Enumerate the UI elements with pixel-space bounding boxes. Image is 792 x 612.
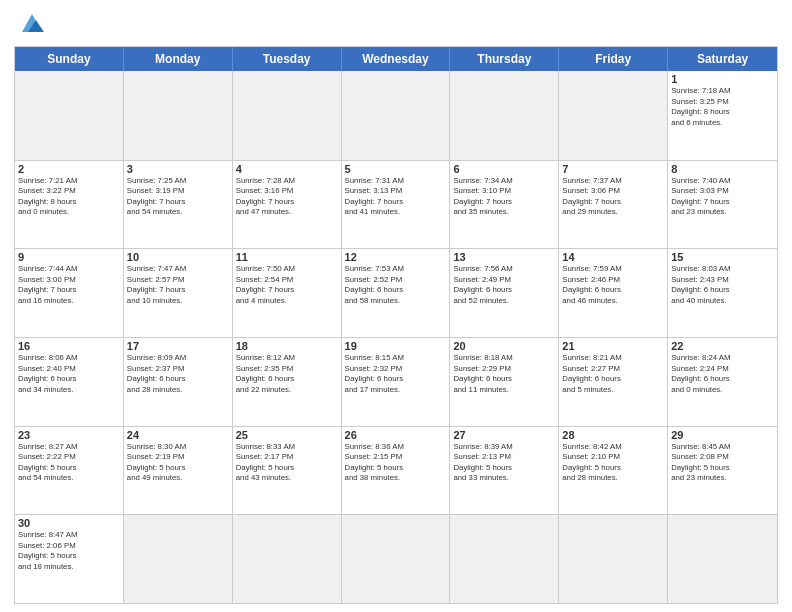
day-info: Sunrise: 8:47 AM Sunset: 2:06 PM Dayligh…: [18, 530, 120, 572]
day-info: Sunrise: 8:21 AM Sunset: 2:27 PM Dayligh…: [562, 353, 664, 395]
calendar-cell: 6Sunrise: 7:34 AM Sunset: 3:10 PM Daylig…: [450, 161, 559, 249]
calendar-cell: 16Sunrise: 8:06 AM Sunset: 2:40 PM Dayli…: [15, 338, 124, 426]
calendar-cell: 20Sunrise: 8:18 AM Sunset: 2:29 PM Dayli…: [450, 338, 559, 426]
day-number: 14: [562, 251, 664, 263]
day-number: 7: [562, 163, 664, 175]
calendar-row-1: 2Sunrise: 7:21 AM Sunset: 3:22 PM Daylig…: [15, 160, 777, 249]
calendar-cell: 29Sunrise: 8:45 AM Sunset: 2:08 PM Dayli…: [668, 427, 777, 515]
calendar-cell: 14Sunrise: 7:59 AM Sunset: 2:46 PM Dayli…: [559, 249, 668, 337]
day-number: 5: [345, 163, 447, 175]
day-number: 3: [127, 163, 229, 175]
calendar-cell: 8Sunrise: 7:40 AM Sunset: 3:03 PM Daylig…: [668, 161, 777, 249]
calendar-cell: [342, 71, 451, 160]
calendar-cell: [559, 71, 668, 160]
day-number: 16: [18, 340, 120, 352]
calendar-cell: [124, 515, 233, 603]
calendar-cell: 23Sunrise: 8:27 AM Sunset: 2:22 PM Dayli…: [15, 427, 124, 515]
day-info: Sunrise: 7:56 AM Sunset: 2:49 PM Dayligh…: [453, 264, 555, 306]
calendar-cell: 9Sunrise: 7:44 AM Sunset: 3:00 PM Daylig…: [15, 249, 124, 337]
calendar-cell: 17Sunrise: 8:09 AM Sunset: 2:37 PM Dayli…: [124, 338, 233, 426]
calendar-cell: 13Sunrise: 7:56 AM Sunset: 2:49 PM Dayli…: [450, 249, 559, 337]
logo-icon: [14, 10, 50, 40]
header: [14, 10, 778, 40]
day-info: Sunrise: 8:09 AM Sunset: 2:37 PM Dayligh…: [127, 353, 229, 395]
calendar-cell: [342, 515, 451, 603]
calendar-cell: [450, 515, 559, 603]
day-number: 20: [453, 340, 555, 352]
day-info: Sunrise: 7:37 AM Sunset: 3:06 PM Dayligh…: [562, 176, 664, 218]
day-info: Sunrise: 8:36 AM Sunset: 2:15 PM Dayligh…: [345, 442, 447, 484]
calendar-cell: 7Sunrise: 7:37 AM Sunset: 3:06 PM Daylig…: [559, 161, 668, 249]
day-number: 19: [345, 340, 447, 352]
calendar-cell: 4Sunrise: 7:28 AM Sunset: 3:16 PM Daylig…: [233, 161, 342, 249]
day-info: Sunrise: 8:24 AM Sunset: 2:24 PM Dayligh…: [671, 353, 774, 395]
calendar-cell: 21Sunrise: 8:21 AM Sunset: 2:27 PM Dayli…: [559, 338, 668, 426]
day-info: Sunrise: 8:30 AM Sunset: 2:19 PM Dayligh…: [127, 442, 229, 484]
day-info: Sunrise: 7:18 AM Sunset: 3:25 PM Dayligh…: [671, 86, 774, 128]
calendar: SundayMondayTuesdayWednesdayThursdayFrid…: [14, 46, 778, 604]
day-number: 17: [127, 340, 229, 352]
day-info: Sunrise: 8:12 AM Sunset: 2:35 PM Dayligh…: [236, 353, 338, 395]
calendar-cell: [15, 71, 124, 160]
calendar-body: 1Sunrise: 7:18 AM Sunset: 3:25 PM Daylig…: [15, 71, 777, 603]
day-number: 24: [127, 429, 229, 441]
calendar-cell: 24Sunrise: 8:30 AM Sunset: 2:19 PM Dayli…: [124, 427, 233, 515]
calendar-cell: [233, 515, 342, 603]
day-info: Sunrise: 7:59 AM Sunset: 2:46 PM Dayligh…: [562, 264, 664, 306]
day-info: Sunrise: 7:40 AM Sunset: 3:03 PM Dayligh…: [671, 176, 774, 218]
calendar-row-5: 30Sunrise: 8:47 AM Sunset: 2:06 PM Dayli…: [15, 514, 777, 603]
calendar-cell: 26Sunrise: 8:36 AM Sunset: 2:15 PM Dayli…: [342, 427, 451, 515]
day-number: 8: [671, 163, 774, 175]
day-info: Sunrise: 7:28 AM Sunset: 3:16 PM Dayligh…: [236, 176, 338, 218]
day-info: Sunrise: 8:18 AM Sunset: 2:29 PM Dayligh…: [453, 353, 555, 395]
day-number: 22: [671, 340, 774, 352]
day-number: 30: [18, 517, 120, 529]
calendar-cell: 3Sunrise: 7:25 AM Sunset: 3:19 PM Daylig…: [124, 161, 233, 249]
day-info: Sunrise: 7:47 AM Sunset: 2:57 PM Dayligh…: [127, 264, 229, 306]
calendar-cell: 10Sunrise: 7:47 AM Sunset: 2:57 PM Dayli…: [124, 249, 233, 337]
day-number: 23: [18, 429, 120, 441]
day-info: Sunrise: 8:39 AM Sunset: 2:13 PM Dayligh…: [453, 442, 555, 484]
calendar-cell: [124, 71, 233, 160]
day-info: Sunrise: 8:06 AM Sunset: 2:40 PM Dayligh…: [18, 353, 120, 395]
day-number: 18: [236, 340, 338, 352]
day-info: Sunrise: 7:44 AM Sunset: 3:00 PM Dayligh…: [18, 264, 120, 306]
day-number: 9: [18, 251, 120, 263]
day-number: 10: [127, 251, 229, 263]
day-number: 29: [671, 429, 774, 441]
calendar-cell: 2Sunrise: 7:21 AM Sunset: 3:22 PM Daylig…: [15, 161, 124, 249]
calendar-row-2: 9Sunrise: 7:44 AM Sunset: 3:00 PM Daylig…: [15, 248, 777, 337]
calendar-cell: 12Sunrise: 7:53 AM Sunset: 2:52 PM Dayli…: [342, 249, 451, 337]
day-number: 2: [18, 163, 120, 175]
day-number: 12: [345, 251, 447, 263]
day-info: Sunrise: 7:31 AM Sunset: 3:13 PM Dayligh…: [345, 176, 447, 218]
header-day-tuesday: Tuesday: [233, 47, 342, 71]
calendar-cell: 27Sunrise: 8:39 AM Sunset: 2:13 PM Dayli…: [450, 427, 559, 515]
calendar-cell: 18Sunrise: 8:12 AM Sunset: 2:35 PM Dayli…: [233, 338, 342, 426]
day-number: 26: [345, 429, 447, 441]
day-info: Sunrise: 8:33 AM Sunset: 2:17 PM Dayligh…: [236, 442, 338, 484]
calendar-cell: 30Sunrise: 8:47 AM Sunset: 2:06 PM Dayli…: [15, 515, 124, 603]
calendar-cell: 25Sunrise: 8:33 AM Sunset: 2:17 PM Dayli…: [233, 427, 342, 515]
day-info: Sunrise: 7:50 AM Sunset: 2:54 PM Dayligh…: [236, 264, 338, 306]
calendar-cell: [233, 71, 342, 160]
calendar-cell: 19Sunrise: 8:15 AM Sunset: 2:32 PM Dayli…: [342, 338, 451, 426]
calendar-cell: 11Sunrise: 7:50 AM Sunset: 2:54 PM Dayli…: [233, 249, 342, 337]
day-number: 6: [453, 163, 555, 175]
day-number: 25: [236, 429, 338, 441]
logo: [14, 10, 54, 40]
day-info: Sunrise: 8:42 AM Sunset: 2:10 PM Dayligh…: [562, 442, 664, 484]
day-info: Sunrise: 7:25 AM Sunset: 3:19 PM Dayligh…: [127, 176, 229, 218]
header-day-friday: Friday: [559, 47, 668, 71]
day-info: Sunrise: 8:15 AM Sunset: 2:32 PM Dayligh…: [345, 353, 447, 395]
day-info: Sunrise: 8:45 AM Sunset: 2:08 PM Dayligh…: [671, 442, 774, 484]
calendar-cell: [668, 515, 777, 603]
header-day-saturday: Saturday: [668, 47, 777, 71]
day-number: 15: [671, 251, 774, 263]
calendar-header: SundayMondayTuesdayWednesdayThursdayFrid…: [15, 47, 777, 71]
day-info: Sunrise: 7:34 AM Sunset: 3:10 PM Dayligh…: [453, 176, 555, 218]
page: SundayMondayTuesdayWednesdayThursdayFrid…: [0, 0, 792, 612]
day-info: Sunrise: 7:21 AM Sunset: 3:22 PM Dayligh…: [18, 176, 120, 218]
calendar-row-3: 16Sunrise: 8:06 AM Sunset: 2:40 PM Dayli…: [15, 337, 777, 426]
day-info: Sunrise: 8:03 AM Sunset: 2:43 PM Dayligh…: [671, 264, 774, 306]
